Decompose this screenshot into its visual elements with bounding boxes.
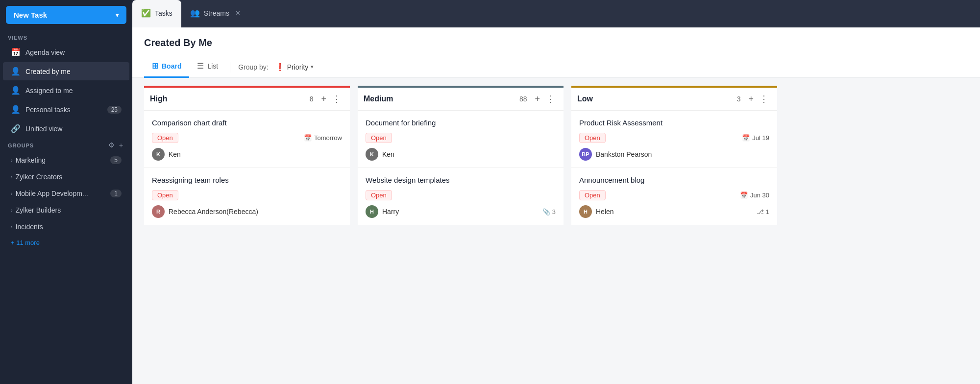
task-card[interactable]: Reassigning team roles Open R Rebecca An… xyxy=(144,168,350,225)
toolbar-divider xyxy=(230,62,230,72)
task-card[interactable]: Product Risk Assessment Open 📅Jul 19 BP … xyxy=(571,110,777,168)
card-status-row: Open xyxy=(152,190,342,200)
column-high: High 8 + ⋮ Comparison chart draft Open 📅… xyxy=(144,86,350,376)
sidebar-item-agenda[interactable]: 📅 Agenda view xyxy=(3,43,129,61)
col-more-low[interactable]: ⋮ xyxy=(757,93,771,105)
board-label: Board xyxy=(162,62,181,70)
list-view-tab[interactable]: ☰ List xyxy=(189,56,226,78)
col-more-medium[interactable]: ⋮ xyxy=(543,93,558,105)
card-footer: H Harry 📎3 xyxy=(366,205,556,218)
card-footer: K Ken xyxy=(152,148,342,161)
avatar: K xyxy=(366,148,378,161)
sidebar-item-agenda-label: Agenda view xyxy=(25,48,65,56)
personal-icon: 👤 xyxy=(11,105,21,114)
personal-badge: 25 xyxy=(107,106,122,114)
col-add-medium[interactable]: + xyxy=(532,93,543,105)
col-count-low: 3 xyxy=(737,95,741,103)
sidebar-item-personal[interactable]: 👤 Personal tasks 25 xyxy=(3,100,129,119)
marketing-badge: 5 xyxy=(110,156,122,164)
card-status-row: Open 📅Jun 30 xyxy=(579,190,769,200)
avatar: H xyxy=(366,205,378,218)
groups-header: GROUPS ⚙ ＋ xyxy=(0,138,132,152)
due-date: 📅Jun 30 xyxy=(740,192,769,199)
tab-bar: ✅ Tasks 👥 Streams ✕ xyxy=(132,0,980,27)
group-by-area: Group by: ❗ Priority ▾ xyxy=(238,60,318,74)
mobile-app-badge: 1 xyxy=(110,190,122,197)
views-label: VIEWS xyxy=(0,32,132,43)
card-footer: R Rebecca Anderson(Rebecca) xyxy=(152,205,342,218)
group-item-incidents[interactable]: › Incidents xyxy=(3,219,129,235)
col-add-high[interactable]: + xyxy=(318,93,329,105)
assignee-name: Ken xyxy=(169,150,181,158)
group-by-priority-btn[interactable]: ❗ Priority ▾ xyxy=(271,60,318,74)
due-date: 📅Jul 19 xyxy=(742,134,769,142)
card-footer: K Ken xyxy=(366,148,556,161)
card-status-row: Open 📅Tomorrow xyxy=(152,133,342,143)
column-cards-high: Comparison chart draft Open 📅Tomorrow K … xyxy=(144,110,350,225)
group-mobile-app-label: Mobile App Developm... xyxy=(16,190,88,197)
group-item-zylker-builders[interactable]: › Zylker Builders xyxy=(3,202,129,218)
card-title: Document for briefing xyxy=(366,119,556,127)
group-item-marketing[interactable]: › Marketing 5 xyxy=(3,152,129,168)
group-by-label: Group by: xyxy=(238,63,268,71)
col-more-high[interactable]: ⋮ xyxy=(329,93,344,105)
zylker-creators-arrow-icon: › xyxy=(11,174,13,180)
view-toolbar: ⊞ Board ☰ List Group by: ❗ Priority ▾ xyxy=(132,56,980,78)
avatar: BP xyxy=(579,148,592,161)
agenda-icon: 📅 xyxy=(11,48,21,57)
new-task-chevron-icon: ▾ xyxy=(116,12,119,19)
card-title: Reassigning team roles xyxy=(152,176,342,184)
attachment-icon: 📎 xyxy=(542,208,550,216)
task-card[interactable]: Document for briefing Open K Ken xyxy=(358,110,564,168)
status-badge: Open xyxy=(579,133,606,143)
column-low: Low 3 + ⋮ Product Risk Assessment Open 📅… xyxy=(571,86,777,376)
card-title: Announcement blog xyxy=(579,176,769,184)
sidebar-item-created[interactable]: 👤 Created by me xyxy=(3,62,129,80)
assigned-icon: 👤 xyxy=(11,86,21,95)
sidebar: New Task ▾ VIEWS 📅 Agenda view 👤 Created… xyxy=(0,0,132,384)
status-badge: Open xyxy=(366,190,392,200)
unified-icon: 🔗 xyxy=(11,124,21,133)
task-card[interactable]: Comparison chart draft Open 📅Tomorrow K … xyxy=(144,110,350,168)
avatar: H xyxy=(579,205,592,218)
sidebar-item-unified[interactable]: 🔗 Unified view xyxy=(3,120,129,138)
tab-streams[interactable]: 👥 Streams ✕ xyxy=(181,0,249,27)
group-item-mobile-app[interactable]: › Mobile App Developm... 1 xyxy=(3,186,129,201)
incidents-arrow-icon: › xyxy=(11,224,13,230)
main-area: ✅ Tasks 👥 Streams ✕ Created By Me ⊞ Boar… xyxy=(132,0,980,384)
column-cards-medium: Document for briefing Open K Ken Website… xyxy=(358,110,564,225)
content-header: Created By Me xyxy=(132,27,980,56)
sidebar-item-assigned[interactable]: 👤 Assigned to me xyxy=(3,81,129,99)
subtask-icon: ⎇ xyxy=(757,208,764,216)
col-add-low[interactable]: + xyxy=(745,93,757,105)
streams-close-icon[interactable]: ✕ xyxy=(235,9,241,17)
column-header-low: Low 3 + ⋮ xyxy=(571,86,777,110)
assignee: K Ken xyxy=(366,148,394,161)
assignee-name: Rebecca Anderson(Rebecca) xyxy=(169,208,258,216)
card-status-row: Open xyxy=(366,190,556,200)
group-item-zylker-creators[interactable]: › Zylker Creators xyxy=(3,169,129,185)
assignee: BP Bankston Pearson xyxy=(579,148,652,161)
assignee: K Ken xyxy=(152,148,181,161)
priority-chevron-icon: ▾ xyxy=(311,64,314,70)
sidebar-item-assigned-label: Assigned to me xyxy=(25,87,73,95)
assignee-name: Ken xyxy=(382,150,394,158)
priority-label: Priority xyxy=(287,63,309,71)
status-badge: Open xyxy=(152,133,178,143)
list-label: List xyxy=(207,62,218,70)
calendar-icon: 📅 xyxy=(740,192,748,199)
groups-settings-icon[interactable]: ⚙ xyxy=(108,141,115,150)
task-card[interactable]: Announcement blog Open 📅Jun 30 H Helen ⎇… xyxy=(571,168,777,225)
col-count-high: 8 xyxy=(310,95,314,103)
priority-icon: ❗ xyxy=(275,63,285,72)
board-view-tab[interactable]: ⊞ Board xyxy=(144,56,189,78)
tasks-tab-icon: ✅ xyxy=(141,8,151,18)
groups-add-icon[interactable]: ＋ xyxy=(118,141,124,150)
new-task-button[interactable]: New Task ▾ xyxy=(6,6,126,24)
task-card[interactable]: Website design templates Open H Harry 📎3 xyxy=(358,168,564,225)
assignee: H Helen xyxy=(579,205,614,218)
more-groups-link[interactable]: + 11 more xyxy=(0,235,132,250)
tab-tasks[interactable]: ✅ Tasks xyxy=(132,0,181,27)
mobile-app-arrow-icon: › xyxy=(11,191,13,196)
marketing-arrow-icon: › xyxy=(11,157,13,163)
